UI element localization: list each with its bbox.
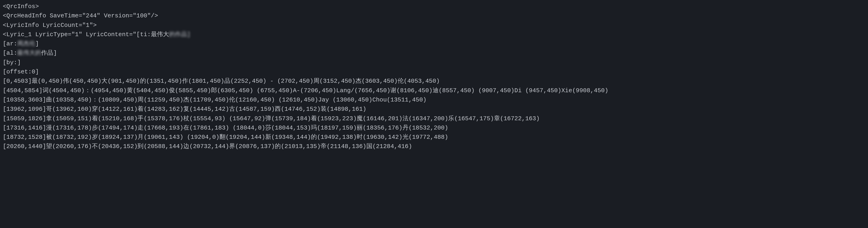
code-line: [15059,1826]拿(15059,151)着(15210,168)手(15… bbox=[3, 114, 865, 123]
code-line: [10358,3603]曲(10358,450)：(10809,450)周(11… bbox=[3, 95, 865, 105]
code-line: [4504,5854]词(4504,450)：(4954,450)黄(5404,… bbox=[3, 86, 865, 95]
code-line: <Lyric_1 LyricType="1" LyricContent="[ti… bbox=[3, 30, 865, 39]
code-line: [18732,1528]被(18732,192)岁(18924,137)月(19… bbox=[3, 133, 865, 142]
code-line: [20260,1440]望(20260,176)不(20436,152)到(20… bbox=[3, 142, 865, 151]
code-line: [offset:0] bbox=[3, 67, 865, 77]
code-line: <QrcInfos> bbox=[3, 2, 865, 11]
code-line: [al:最伟大的作品] bbox=[3, 49, 865, 58]
text-segment: [al: bbox=[3, 50, 17, 57]
code-line: <LyricInfo LyricCount="1"> bbox=[3, 21, 865, 30]
redacted-text: 的作品] bbox=[169, 30, 191, 39]
code-line: <QrcHeadInfo SaveTime="244" Version="100… bbox=[3, 11, 865, 20]
redacted-text: 周杰伦 bbox=[17, 39, 35, 49]
code-line: [ar:周杰伦] bbox=[3, 39, 865, 49]
code-line: [by:] bbox=[3, 58, 865, 67]
text-segment: 作品] bbox=[41, 50, 57, 57]
text-segment: [ar: bbox=[3, 40, 17, 47]
redacted-text: 最伟大的 bbox=[17, 49, 41, 58]
text-segment: ] bbox=[35, 40, 39, 47]
text-segment: <Lyric_1 LyricType="1" LyricContent="[ti… bbox=[3, 31, 169, 38]
code-line: [0,4503]最(0,450)伟(450,450)大(901,450)的(13… bbox=[3, 77, 865, 86]
code-line: [13962,1096]哥(13962,160)穿(14122,161)着(14… bbox=[3, 105, 865, 114]
code-line: [17316,1416]漫(17316,178)步(17494,174)走(17… bbox=[3, 123, 865, 133]
